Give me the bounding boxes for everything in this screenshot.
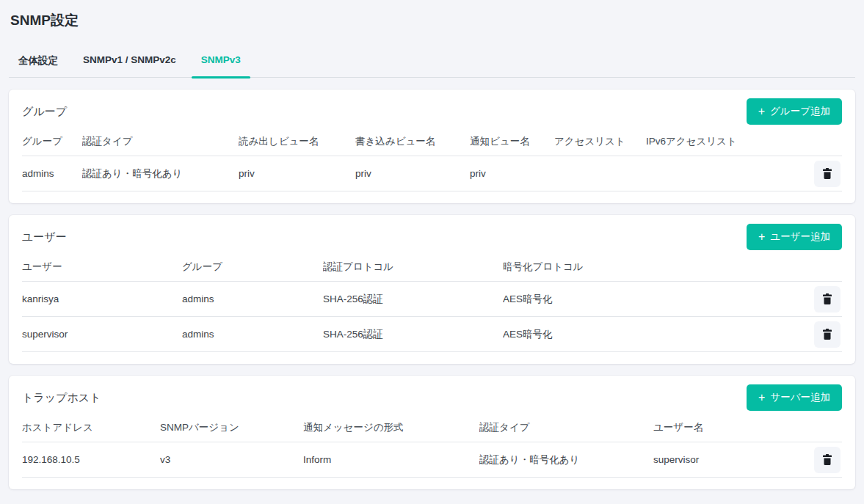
cell-ipv6-access-list bbox=[646, 156, 791, 191]
trap-hosts-header-row: ホストアドレス SNMPバージョン 通知メッセージの形式 認証タイプ ユーザー名 bbox=[22, 417, 842, 442]
cell-user-name: supervisor bbox=[22, 317, 182, 352]
trash-icon bbox=[822, 168, 832, 180]
cell-group: admins bbox=[182, 317, 323, 352]
page-title: SNMP設定 bbox=[10, 0, 864, 29]
column-header: 認証タイプ bbox=[82, 131, 239, 156]
trash-icon bbox=[822, 454, 832, 466]
cell-notify-format: Inform bbox=[303, 442, 479, 478]
add-server-button[interactable]: + サーバー追加 bbox=[747, 384, 842, 411]
cell-access-list bbox=[554, 156, 646, 191]
column-header: ユーザー名 bbox=[653, 417, 793, 442]
column-header: 通知ビュー名 bbox=[470, 131, 554, 156]
cell-user-name: kanrisya bbox=[22, 282, 182, 317]
column-header: 認証タイプ bbox=[479, 417, 653, 442]
cell-privacy-protocol: AES暗号化 bbox=[503, 317, 791, 352]
plus-icon: + bbox=[758, 106, 765, 117]
column-header: ユーザー bbox=[22, 256, 182, 282]
groups-title: グループ bbox=[22, 105, 67, 119]
plus-icon: + bbox=[758, 392, 765, 403]
trash-icon bbox=[822, 293, 832, 305]
cell-snmp-version: v3 bbox=[160, 442, 303, 478]
tab-snmpv1-v2c[interactable]: SNMPv1 / SNMPv2c bbox=[73, 48, 186, 77]
column-header: 通知メッセージの形式 bbox=[303, 417, 479, 442]
tab-snmpv3[interactable]: SNMPv3 bbox=[192, 48, 250, 77]
column-header: ホストアドレス bbox=[22, 417, 160, 442]
table-row: kanrisya admins SHA-256認証 AES暗号化 bbox=[22, 282, 842, 317]
column-header: 認証プロトコル bbox=[323, 256, 503, 282]
column-header: グループ bbox=[22, 131, 82, 156]
delete-user-button[interactable] bbox=[814, 321, 841, 348]
trash-icon bbox=[822, 329, 832, 340]
add-user-button[interactable]: + ユーザー追加 bbox=[747, 224, 842, 250]
column-header: SNMPバージョン bbox=[160, 417, 303, 442]
cell-privacy-protocol: AES暗号化 bbox=[503, 282, 791, 317]
users-title: ユーザー bbox=[22, 230, 67, 244]
table-row: 192.168.10.5 v3 Inform 認証あり・暗号化あり superv… bbox=[22, 442, 842, 478]
cell-group-name: admins bbox=[22, 156, 82, 191]
add-server-button-label: サーバー追加 bbox=[770, 391, 830, 404]
cell-auth-protocol: SHA-256認証 bbox=[323, 317, 503, 352]
cell-group: admins bbox=[182, 282, 323, 317]
delete-server-button[interactable] bbox=[814, 447, 841, 473]
add-user-button-label: ユーザー追加 bbox=[770, 230, 830, 244]
cell-auth-type: 認証あり・暗号化あり bbox=[82, 156, 239, 191]
column-header-actions bbox=[791, 131, 842, 156]
users-card: ユーザー + ユーザー追加 ユーザー グループ 認証プロトコル 暗号化プロトコル… bbox=[9, 215, 855, 364]
users-header-row: ユーザー グループ 認証プロトコル 暗号化プロトコル bbox=[22, 256, 842, 282]
add-group-button[interactable]: + グループ追加 bbox=[747, 98, 842, 125]
cell-write-view: priv bbox=[355, 156, 470, 191]
column-header: 読み出しビュー名 bbox=[239, 131, 355, 156]
groups-header-row: グループ 認証タイプ 読み出しビュー名 書き込みビュー名 通知ビュー名 アクセス… bbox=[22, 131, 842, 156]
column-header: グループ bbox=[182, 256, 323, 282]
groups-table: グループ 認証タイプ 読み出しビュー名 書き込みビュー名 通知ビュー名 アクセス… bbox=[22, 131, 842, 191]
table-row: supervisor admins SHA-256認証 AES暗号化 bbox=[22, 317, 842, 352]
tab-general-settings[interactable]: 全体設定 bbox=[9, 48, 68, 77]
cell-read-view: priv bbox=[239, 156, 355, 191]
column-header: 書き込みビュー名 bbox=[355, 131, 470, 156]
trap-hosts-table: ホストアドレス SNMPバージョン 通知メッセージの形式 認証タイプ ユーザー名… bbox=[22, 417, 842, 478]
add-group-button-label: グループ追加 bbox=[770, 105, 830, 118]
table-row: admins 認証あり・暗号化あり priv priv priv bbox=[22, 156, 842, 191]
column-header: アクセスリスト bbox=[554, 131, 646, 156]
cell-host-address: 192.168.10.5 bbox=[22, 442, 160, 478]
users-table: ユーザー グループ 認証プロトコル 暗号化プロトコル kanrisya admi… bbox=[22, 256, 842, 352]
column-header: 暗号化プロトコル bbox=[503, 256, 791, 282]
plus-icon: + bbox=[758, 231, 765, 243]
cell-user-name: supervisor bbox=[653, 442, 793, 478]
delete-user-button[interactable] bbox=[814, 286, 841, 313]
column-header-actions bbox=[793, 417, 842, 442]
tab-bar: 全体設定 SNMPv1 / SNMPv2c SNMPv3 bbox=[9, 48, 855, 78]
trap-hosts-title: トラップホスト bbox=[22, 391, 101, 405]
column-header-actions bbox=[791, 256, 842, 282]
column-header: IPv6アクセスリスト bbox=[646, 131, 791, 156]
users-card-header: ユーザー + ユーザー追加 bbox=[22, 224, 842, 250]
trap-hosts-card: トラップホスト + サーバー追加 ホストアドレス SNMPバージョン 通知メッセ… bbox=[9, 376, 855, 489]
delete-group-button[interactable] bbox=[814, 161, 841, 187]
trap-hosts-card-header: トラップホスト + サーバー追加 bbox=[22, 384, 842, 411]
cell-notify-view: priv bbox=[470, 156, 554, 191]
cell-auth-type: 認証あり・暗号化あり bbox=[479, 442, 653, 478]
groups-card: グループ + グループ追加 グループ 認証タイプ 読み出しビュー名 書き込みビュ… bbox=[9, 90, 855, 203]
cell-auth-protocol: SHA-256認証 bbox=[323, 282, 503, 317]
groups-card-header: グループ + グループ追加 bbox=[22, 98, 842, 125]
